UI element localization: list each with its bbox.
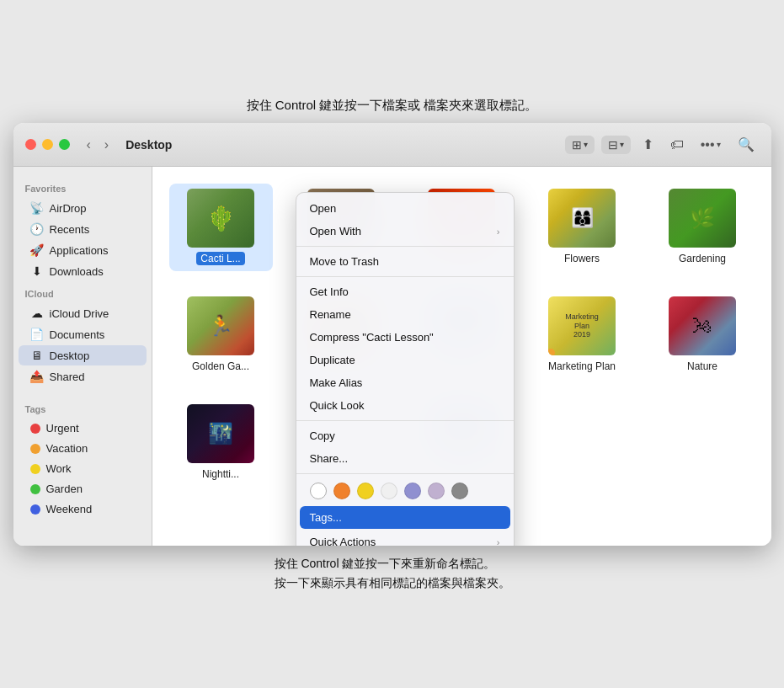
menu-item-compress-label: Compress "Cacti Lesson" bbox=[310, 331, 434, 344]
sidebar: Favorites 📡 AirDrop 🕐 Recents 🚀 Applicat… bbox=[13, 167, 152, 546]
menu-item-move-trash-label: Move to Trash bbox=[310, 255, 379, 268]
nav-forward-button[interactable]: › bbox=[99, 136, 114, 154]
maximize-button[interactable] bbox=[59, 139, 70, 150]
menu-item-rename-label: Rename bbox=[310, 308, 351, 321]
open-with-chevron: › bbox=[497, 227, 500, 237]
sidebar-item-airdrop[interactable]: 📡 AirDrop bbox=[19, 198, 147, 218]
sidebar-item-work[interactable]: Work bbox=[19, 459, 147, 478]
file-item-golden[interactable]: 🏃 Golden Ga... bbox=[169, 291, 273, 379]
view-icons-chevron: ▾ bbox=[584, 140, 588, 149]
toolbar-right: ⊞ ▾ ⊟ ▾ ⬆ 🏷 ••• ▾ 🔍 bbox=[565, 133, 760, 156]
file-item-cacti[interactable]: 🌵 Cacti L... bbox=[169, 184, 273, 271]
sidebar-item-desktop[interactable]: 🖥 Desktop bbox=[19, 345, 147, 365]
annotation-top: 按住 Control 鍵並按一下檔案或 檔案夾來選取標記。 bbox=[247, 96, 538, 115]
file-label-golden: Golden Ga... bbox=[192, 360, 249, 374]
tag-circle-white[interactable] bbox=[381, 483, 397, 499]
tag-icon: 🏷 bbox=[670, 137, 684, 152]
file-thumb-golden: 🏃 bbox=[187, 296, 254, 355]
file-item-gardening[interactable]: 🌿 Gardening bbox=[651, 184, 755, 271]
sidebar-item-label: iCloud Drive bbox=[50, 307, 109, 320]
sidebar-item-icloud-drive[interactable]: ☁ iCloud Drive bbox=[19, 303, 147, 323]
menu-item-open-with[interactable]: Open With › bbox=[296, 220, 514, 243]
file-item-flowers[interactable]: 👩‍👩‍👦 Flowers bbox=[531, 184, 634, 271]
menu-item-rename[interactable]: Rename bbox=[296, 303, 514, 326]
close-button[interactable] bbox=[25, 139, 36, 150]
menu-item-move-trash[interactable]: Move to Trash bbox=[296, 250, 514, 273]
marketing-thumbnail: MarketingPlan2019 bbox=[548, 296, 616, 355]
sidebar-item-weekend[interactable]: Weekend bbox=[19, 499, 147, 519]
documents-icon: 📄 bbox=[30, 328, 44, 341]
more-button[interactable]: ••• ▾ bbox=[696, 134, 726, 156]
menu-item-make-alias[interactable]: Make Alias bbox=[296, 371, 514, 394]
garden-tag-dot bbox=[30, 484, 40, 494]
sidebar-item-label: Desktop bbox=[50, 349, 90, 362]
tag-circle-gray[interactable] bbox=[451, 483, 468, 499]
menu-item-get-info[interactable]: Get Info bbox=[296, 280, 514, 303]
sidebar-item-documents[interactable]: 📄 Documents bbox=[19, 324, 147, 344]
share-button[interactable]: ⬆ bbox=[637, 133, 659, 156]
sidebar-item-urgent[interactable]: Urgent bbox=[19, 419, 147, 438]
file-label-nature: Nature bbox=[687, 360, 717, 374]
menu-item-get-info-label: Get Info bbox=[310, 285, 349, 298]
sidebar-item-label: Vacation bbox=[46, 442, 88, 455]
marketing-status-dot bbox=[548, 349, 555, 355]
menu-item-share[interactable]: Share... bbox=[296, 447, 514, 470]
menu-item-quick-actions[interactable]: Quick Actions › bbox=[296, 531, 514, 546]
view-gallery-button[interactable]: ⊟ ▾ bbox=[601, 136, 631, 154]
applications-icon: 🚀 bbox=[30, 243, 44, 257]
nav-back-button[interactable]: ‹ bbox=[82, 136, 96, 154]
tag-circle-purple[interactable] bbox=[428, 483, 445, 499]
tag-circle-yellow[interactable] bbox=[357, 483, 374, 499]
menu-item-duplicate-label: Duplicate bbox=[310, 354, 355, 366]
sidebar-item-downloads[interactable]: ⬇ Downloads bbox=[19, 261, 147, 281]
finder-window: ‹ › Desktop ⊞ ▾ ⊟ ▾ ⬆ 🏷 ••• ▾ bbox=[13, 123, 771, 546]
minimize-button[interactable] bbox=[42, 139, 53, 150]
file-thumb-gardening: 🌿 bbox=[669, 189, 736, 248]
tag-circle-blue[interactable] bbox=[404, 483, 421, 499]
sidebar-item-shared[interactable]: 📤 Shared bbox=[19, 366, 147, 387]
tag-circle-none[interactable] bbox=[310, 483, 327, 499]
file-item-nature[interactable]: 🌬 Nature bbox=[651, 291, 755, 379]
more-icon: ••• bbox=[701, 137, 715, 152]
traffic-lights bbox=[25, 139, 70, 150]
menu-item-open[interactable]: Open bbox=[296, 197, 514, 220]
menu-item-tags-label: Tags... bbox=[310, 511, 342, 524]
file-thumb-nature: 🌬 bbox=[669, 296, 736, 355]
gardening-thumbnail: 🌿 bbox=[669, 189, 736, 248]
sidebar-item-label: Urgent bbox=[46, 422, 79, 435]
file-item-nighttime[interactable]: 🌃 Nightti... bbox=[169, 399, 273, 487]
recents-icon: 🕐 bbox=[30, 222, 44, 236]
sidebar-item-label: Downloads bbox=[50, 265, 104, 278]
menu-item-copy[interactable]: Copy bbox=[296, 424, 514, 447]
flowers-thumbnail: 👩‍👩‍👦 bbox=[548, 189, 616, 248]
sidebar-item-label: Garden bbox=[46, 483, 83, 495]
menu-item-tags[interactable]: Tags... bbox=[300, 506, 510, 529]
tag-color-circles bbox=[296, 477, 514, 504]
sidebar-item-recents[interactable]: 🕐 Recents bbox=[19, 219, 147, 239]
view-icons-button[interactable]: ⊞ ▾ bbox=[565, 136, 595, 154]
annotation-bottom: 按住 Control 鍵並按一下來重新命名標記。 按一下來顯示具有相同標記的檔案… bbox=[275, 554, 510, 592]
menu-item-duplicate[interactable]: Duplicate bbox=[296, 349, 514, 371]
menu-item-quick-look[interactable]: Quick Look bbox=[296, 394, 514, 417]
cacti-thumbnail: 🌵 bbox=[187, 189, 254, 248]
tag-button[interactable]: 🏷 bbox=[665, 134, 689, 156]
search-icon: 🔍 bbox=[738, 136, 755, 152]
shared-icon: 📤 bbox=[30, 370, 44, 383]
title-bar: ‹ › Desktop ⊞ ▾ ⊟ ▾ ⬆ 🏷 ••• ▾ bbox=[13, 123, 771, 167]
file-item-marketing[interactable]: MarketingPlan2019 Marketing Plan bbox=[531, 291, 634, 379]
search-button[interactable]: 🔍 bbox=[733, 133, 760, 156]
menu-item-compress[interactable]: Compress "Cacti Lesson" bbox=[296, 326, 514, 349]
menu-item-copy-label: Copy bbox=[310, 429, 335, 442]
sidebar-item-applications[interactable]: 🚀 Applications bbox=[19, 240, 147, 260]
tag-circle-orange[interactable] bbox=[333, 483, 350, 499]
menu-separator-1 bbox=[296, 246, 514, 247]
sidebar-item-garden[interactable]: Garden bbox=[19, 479, 147, 499]
downloads-icon: ⬇ bbox=[30, 264, 44, 278]
finder-body: Favorites 📡 AirDrop 🕐 Recents 🚀 Applicat… bbox=[13, 167, 771, 546]
file-thumb-flowers: 👩‍👩‍👦 bbox=[548, 189, 616, 248]
file-label-marketing: Marketing Plan bbox=[548, 360, 616, 374]
annotation-bottom-2: 按一下來顯示具有相同標記的檔案與檔案夾。 bbox=[275, 573, 510, 592]
more-chevron: ▾ bbox=[717, 140, 721, 149]
sidebar-item-vacation[interactable]: Vacation bbox=[19, 439, 147, 458]
nature-thumbnail: 🌬 bbox=[669, 296, 736, 355]
